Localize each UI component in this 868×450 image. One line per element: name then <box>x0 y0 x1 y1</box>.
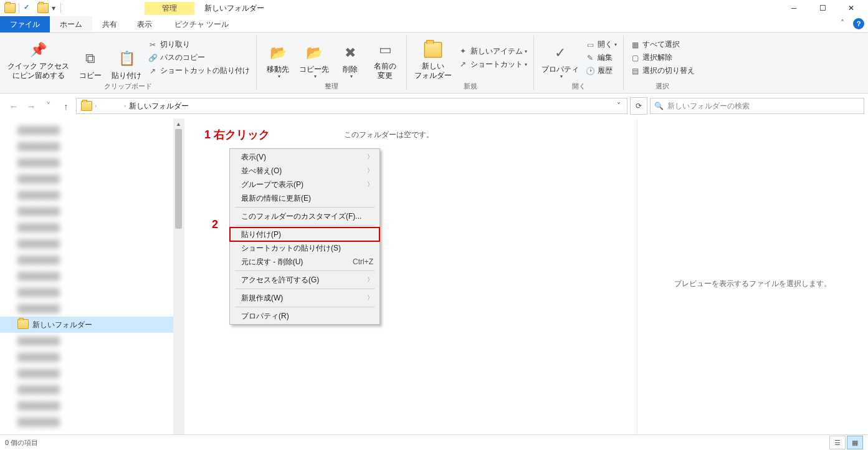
search-placeholder: 新しいフォルダーの検索 <box>667 101 750 112</box>
minimize-button[interactable]: ─ <box>780 0 808 16</box>
paste-button[interactable]: 📋貼り付け <box>108 34 145 81</box>
properties-button[interactable]: ✓プロパティ <box>538 34 583 81</box>
chevron-right-icon[interactable]: › <box>95 103 97 109</box>
ctx-refresh[interactable]: 最新の情報に更新(E) <box>230 191 379 205</box>
edit-button[interactable]: ✎編集 <box>583 51 619 64</box>
nav-tree[interactable]: ████████ ████████ ████████ ████████ ████… <box>0 118 184 449</box>
tab-home[interactable]: ホーム <box>50 16 92 32</box>
ribbon-tabs: ファイル ホーム 共有 表示 ピクチャ ツール ˄ ? <box>0 16 868 33</box>
close-button[interactable]: ✕ <box>837 0 866 16</box>
group-organize-label: 整理 <box>260 81 403 92</box>
up-button[interactable]: ↑ <box>59 98 74 113</box>
history-icon: 🕑 <box>585 66 595 76</box>
ctx-customize[interactable]: このフォルダーのカスタマイズ(F)... <box>230 209 379 223</box>
recent-locations-button[interactable]: ˅ <box>41 98 56 113</box>
ctx-sort[interactable]: 並べ替え(O)〉 <box>230 164 379 178</box>
tree-item-blurred[interactable]: ████████ <box>0 187 184 203</box>
app-folder-icon <box>4 3 14 13</box>
pin-icon: 📌 <box>29 40 49 60</box>
ctx-separator <box>235 207 374 208</box>
refresh-button[interactable]: ⟳ <box>630 97 647 115</box>
scroll-thumb[interactable] <box>175 129 182 229</box>
pin-to-quickaccess-button[interactable]: 📌クイック アクセス にピン留めする <box>4 34 73 81</box>
delete-icon: ✖ <box>340 43 360 63</box>
move-to-button[interactable]: 📂移動先 <box>260 34 295 81</box>
tree-item-blurred[interactable]: ████████ <box>0 138 184 155</box>
tree-item-blurred[interactable]: ████████ <box>0 398 184 414</box>
status-item-count: 0 個の項目 <box>5 438 38 448</box>
ctx-access[interactable]: アクセスを許可する(G)〉 <box>230 273 379 287</box>
crumb-blank[interactable]: ████ <box>98 102 122 110</box>
tree-scrollbar[interactable]: ▲ ▼ <box>173 118 184 449</box>
tree-item-blurred[interactable]: ████████ <box>0 171 184 187</box>
ctx-new[interactable]: 新規作成(W)〉 <box>230 291 379 305</box>
cut-button[interactable]: ✂切り取り <box>145 38 252 51</box>
ctx-paste[interactable]: 貼り付け(P) <box>230 227 379 241</box>
invert-icon: ▤ <box>630 66 640 76</box>
address-bar[interactable]: › ████ › 新しいフォルダー ˅ <box>76 98 627 114</box>
forward-button[interactable]: → <box>24 98 39 113</box>
tree-item-blurred[interactable]: ████████ <box>0 365 184 381</box>
chevron-right-icon-2[interactable]: › <box>124 103 126 109</box>
tree-item-blurred[interactable]: ████████ <box>0 236 184 252</box>
view-details-button[interactable]: ☰ <box>829 436 846 449</box>
tree-item-blurred[interactable]: ████████ <box>0 155 184 171</box>
open-button[interactable]: ▭開く <box>583 38 619 51</box>
scroll-up-icon[interactable]: ▲ <box>173 118 184 129</box>
select-all-button[interactable]: ▦すべて選択 <box>627 38 697 51</box>
tab-view[interactable]: 表示 <box>127 16 162 32</box>
view-thumbnails-button[interactable]: ▦ <box>847 436 863 449</box>
qat-properties-icon[interactable] <box>24 3 34 13</box>
help-button[interactable]: ? <box>853 18 864 29</box>
select-none-button[interactable]: ▢選択解除 <box>627 51 697 64</box>
annotation-1: 1 右クリック <box>204 127 270 142</box>
qat-newfolder-icon[interactable] <box>37 3 47 13</box>
paste-shortcut-button[interactable]: ↗ショートカットの貼り付け <box>145 64 252 77</box>
tree-item-blurred[interactable]: ████████ <box>0 122 184 138</box>
new-item-button[interactable]: ✦新しいアイテム <box>455 45 530 58</box>
collapse-ribbon-button[interactable]: ˄ <box>836 16 849 32</box>
ctx-groupby[interactable]: グループで表示(P)〉 <box>230 178 379 191</box>
tree-item-blurred[interactable]: ████████ <box>0 381 184 398</box>
status-bar: 0 個の項目 ☰ ▦ <box>0 434 868 450</box>
tree-item-blurred[interactable]: ████████ <box>0 219 184 236</box>
copyto-icon: 📂 <box>304 43 324 63</box>
tree-item-blurred[interactable]: ████████ <box>0 333 184 349</box>
tree-item-blurred[interactable]: ████████ <box>0 268 184 284</box>
tree-item-blurred[interactable]: ████████ <box>0 252 184 268</box>
back-button[interactable]: ← <box>6 98 21 113</box>
maximize-button[interactable]: ☐ <box>808 0 837 16</box>
ctx-undo[interactable]: 元に戻す - 削除(U)Ctrl+Z <box>230 255 379 269</box>
tab-file[interactable]: ファイル <box>0 16 50 32</box>
copy-button[interactable]: ⧉コピー <box>73 34 108 81</box>
rename-button[interactable]: ▭名前の 変更 <box>368 34 403 81</box>
address-dropdown[interactable]: ˅ <box>613 102 624 110</box>
selectall-icon: ▦ <box>630 40 640 50</box>
ctx-separator <box>235 307 374 307</box>
tab-share[interactable]: 共有 <box>92 16 127 32</box>
delete-button[interactable]: ✖削除 <box>333 34 368 81</box>
crumb-current[interactable]: 新しいフォルダー <box>128 101 190 112</box>
new-folder-button[interactable]: 新しい フォルダー <box>411 34 455 81</box>
invert-selection-button[interactable]: ▤選択の切り替え <box>627 64 697 77</box>
tab-picture-tools[interactable]: ピクチャ ツール <box>165 16 239 32</box>
ctx-view[interactable]: 表示(V)〉 <box>230 150 379 164</box>
submenu-arrow-icon: 〉 <box>367 180 373 189</box>
qat-customize-dropdown[interactable]: ▾ <box>49 4 58 12</box>
shortcut2-icon: ↗ <box>458 59 468 69</box>
ctx-paste-shortcut[interactable]: ショートカットの貼り付け(S) <box>230 241 379 255</box>
tree-item-blurred[interactable]: ████████ <box>0 284 184 300</box>
search-box[interactable]: 🔍 新しいフォルダーの検索 <box>650 98 864 114</box>
copy-path-button[interactable]: 🔗パスのコピー <box>145 51 252 64</box>
tree-item-blurred[interactable]: ████████ <box>0 414 184 430</box>
ctx-properties[interactable]: プロパティ(R) <box>230 309 379 323</box>
history-button[interactable]: 🕑履歴 <box>583 64 619 77</box>
tree-item-blurred[interactable]: ████████ <box>0 349 184 365</box>
group-clipboard-label: クリップボード <box>4 81 252 92</box>
new-shortcut-button[interactable]: ↗ショートカット <box>455 58 530 71</box>
tree-item-selected[interactable]: 新しいフォルダー <box>0 317 184 333</box>
tree-item-blurred[interactable]: ████████ <box>0 203 184 219</box>
copy-to-button[interactable]: 📂コピー先 <box>295 34 333 81</box>
content-pane[interactable]: このフォルダーは空です。 1 右クリック 2 表示(V)〉 並べ替え(O)〉 グ… <box>184 118 637 449</box>
tree-item-blurred[interactable]: ████████ <box>0 300 184 317</box>
